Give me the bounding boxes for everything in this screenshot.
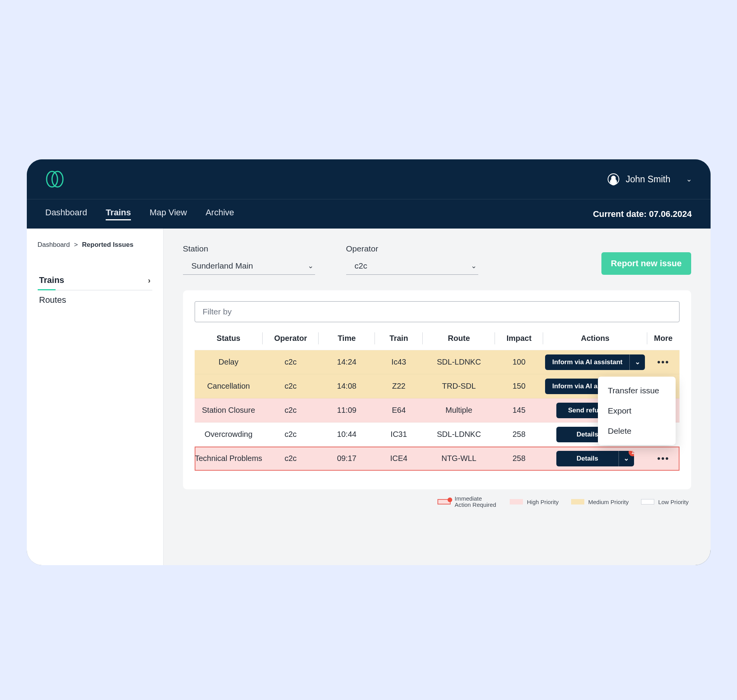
cell-time: 14:24 [319,350,375,374]
cell-train: Ic43 [375,350,423,374]
col-route[interactable]: Route [423,329,495,350]
cell-time: 10:44 [319,422,375,447]
filter-placeholder: Filter by [203,307,232,316]
more-icon[interactable]: ••• [657,357,669,367]
cell-status: Technical Problems [195,447,263,471]
cell-operator: c2c [263,350,319,374]
topbar: John Smith ⌄ [27,159,711,199]
legend-immediate: Immediate Action Required [437,496,497,508]
cell-route: TRD-SDL [423,374,495,398]
cell-train: IC31 [375,422,423,447]
table-row[interactable]: Technical Problemsc2c09:17ICE4NTG-WLL258… [195,447,680,471]
cell-time: 14:08 [319,374,375,398]
user-menu[interactable]: John Smith ⌄ [608,173,692,185]
nav-tab-archive[interactable]: Archive [206,208,234,220]
swatch-low-icon [641,499,654,504]
breadcrumb: Dashboard > Reported Issues [38,241,152,249]
operator-value: c2c [355,261,368,271]
chevron-down-icon[interactable]: ⌄ [629,354,645,370]
cell-train: Z22 [375,374,423,398]
issues-table-card: Filter by Status Operator Time Train [183,290,691,489]
cell-action: Inform via AI assistant⌄ [543,350,647,374]
cell-route: SDL-LDNKC [423,350,495,374]
more-icon[interactable]: ••• [657,453,669,464]
cell-more: ••• [647,447,680,471]
sidebar: Dashboard > Reported Issues Trains › Rou… [27,229,164,565]
cell-route: NTG-WLL [423,447,495,471]
operator-label: Operator [346,244,478,253]
nav-tab-trains[interactable]: Trains [106,208,131,220]
swatch-medium-icon [571,499,584,504]
col-time[interactable]: Time [319,329,375,350]
sidebar-item-trains[interactable]: Trains › [38,271,152,290]
col-train[interactable]: Train [375,329,423,350]
cell-more: ••• [647,350,680,374]
row-action-button[interactable]: Details⌄1 [556,451,634,466]
table-row[interactable]: Delayc2c14:24Ic43SDL-LDNKC100Inform via … [195,350,680,374]
legend-medium: Medium Priority [571,496,629,508]
cell-operator: c2c [263,447,319,471]
station-select[interactable]: Sunderland Main ⌄ [183,258,315,275]
sidebar-item-label: Trains [39,275,64,285]
legend-high-label: High Priority [527,499,559,505]
chevron-down-icon: ⌄ [308,262,314,270]
filter-row: Station Sunderland Main ⌄ Operator c2c ⌄… [183,244,691,275]
legend-medium-label: Medium Priority [588,499,629,505]
cell-action: Details⌄1 [543,447,647,471]
cell-route: SDL-LDNKC [423,422,495,447]
filter-input[interactable]: Filter by [195,301,680,322]
sidebar-item-label: Routes [39,295,66,305]
legend-low: Low Priority [641,496,688,508]
cell-status: Cancellation [195,374,263,398]
cell-train: E64 [375,398,423,422]
station-field: Station Sunderland Main ⌄ [183,244,315,275]
nav-tab-mapview[interactable]: Map View [150,208,187,220]
cell-impact: 150 [495,374,543,398]
report-new-issue-button[interactable]: Report new issue [601,252,691,275]
chevron-down-icon: ⌄ [471,262,477,270]
menu-item-transfer[interactable]: Transfer issue [598,381,676,401]
legend-immediate-label: Immediate Action Required [455,496,497,508]
breadcrumb-root[interactable]: Dashboard [38,241,70,248]
legend-low-label: Low Priority [658,499,688,505]
swatch-immediate-icon [437,499,451,504]
breadcrumb-sep: > [74,241,78,248]
logo-icon [45,171,64,188]
col-operator[interactable]: Operator [263,329,319,350]
col-status[interactable]: Status [195,329,263,350]
main-content: Station Sunderland Main ⌄ Operator c2c ⌄… [164,229,711,565]
row-action-button[interactable]: Inform via AI assistant⌄ [545,354,645,370]
cell-route: Multiple [423,398,495,422]
cell-status: Station Closure [195,398,263,422]
menu-item-delete[interactable]: Delete [598,421,676,441]
user-name: John Smith [625,174,670,185]
cell-operator: c2c [263,422,319,447]
legend-high: High Priority [510,496,559,508]
sidebar-item-routes[interactable]: Routes [38,290,152,310]
cell-status: Overcrowding [195,422,263,447]
cell-time: 11:09 [319,398,375,422]
col-actions: Actions [543,329,647,350]
station-label: Station [183,244,315,253]
more-menu-popover: Transfer issue Export Delete [598,377,676,445]
cell-impact: 100 [495,350,543,374]
user-avatar-icon [608,173,619,185]
cell-train: ICE4 [375,447,423,471]
station-value: Sunderland Main [192,261,253,271]
cell-impact: 258 [495,447,543,471]
priority-legend: Immediate Action Required High Priority … [183,489,691,508]
app-window: John Smith ⌄ Dashboard Trains Map View A… [27,159,711,565]
body: Dashboard > Reported Issues Trains › Rou… [27,229,711,565]
breadcrumb-current: Reported Issues [82,241,133,248]
menu-item-export[interactable]: Export [598,401,676,421]
nav-tab-dashboard[interactable]: Dashboard [45,208,87,220]
row-action-label[interactable]: Inform via AI assistant [545,354,629,370]
chevron-right-icon: › [148,276,151,285]
cell-impact: 258 [495,422,543,447]
cell-operator: c2c [263,398,319,422]
operator-select[interactable]: c2c ⌄ [346,258,478,275]
logo [45,171,64,188]
row-action-label[interactable]: Details [556,451,619,466]
cell-operator: c2c [263,374,319,398]
col-impact[interactable]: Impact [495,329,543,350]
